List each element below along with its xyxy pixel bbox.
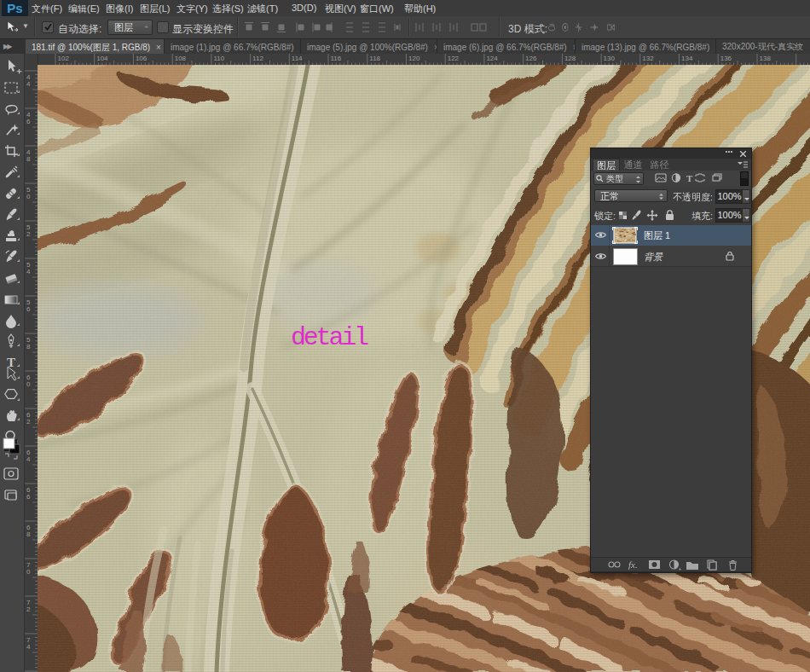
svg-text:138: 138 [760, 55, 772, 62]
svg-text:136: 136 [720, 55, 732, 62]
svg-text:2: 2 [26, 605, 31, 613]
svg-text:114: 114 [292, 55, 303, 62]
svg-text:4: 4 [26, 643, 31, 651]
svg-text:2: 2 [26, 418, 31, 426]
svg-text:126: 126 [525, 55, 537, 62]
svg-text:118: 118 [369, 55, 380, 62]
svg-text:8: 8 [26, 343, 31, 350]
svg-text:0: 0 [26, 380, 31, 388]
svg-text:6: 6 [26, 118, 31, 125]
svg-text:T: T [686, 173, 693, 183]
svg-text:116: 116 [331, 55, 342, 62]
svg-text:102: 102 [58, 55, 70, 62]
svg-text:2: 2 [26, 230, 31, 238]
svg-text:134: 134 [681, 55, 693, 62]
svg-text:120: 120 [408, 55, 420, 62]
svg-text:fx.: fx. [628, 559, 638, 570]
svg-text:132: 132 [642, 55, 654, 62]
svg-text:122: 122 [448, 55, 460, 62]
svg-text:0: 0 [26, 193, 31, 200]
svg-text:4: 4 [26, 455, 31, 463]
svg-text:8: 8 [26, 155, 31, 163]
svg-text:4: 4 [26, 268, 31, 275]
svg-text:128: 128 [564, 55, 576, 62]
svg-text:124: 124 [486, 55, 498, 62]
svg-text:8: 8 [26, 530, 31, 538]
svg-text:104: 104 [96, 55, 108, 62]
svg-text:112: 112 [252, 55, 263, 62]
svg-text:0: 0 [26, 568, 31, 576]
svg-text:6: 6 [26, 493, 31, 501]
svg-text:108: 108 [175, 55, 187, 62]
svg-text:106: 106 [136, 55, 148, 62]
svg-text:4: 4 [26, 80, 31, 88]
svg-text:6: 6 [26, 305, 31, 313]
svg-text:110: 110 [213, 55, 224, 62]
svg-text:130: 130 [604, 55, 616, 62]
